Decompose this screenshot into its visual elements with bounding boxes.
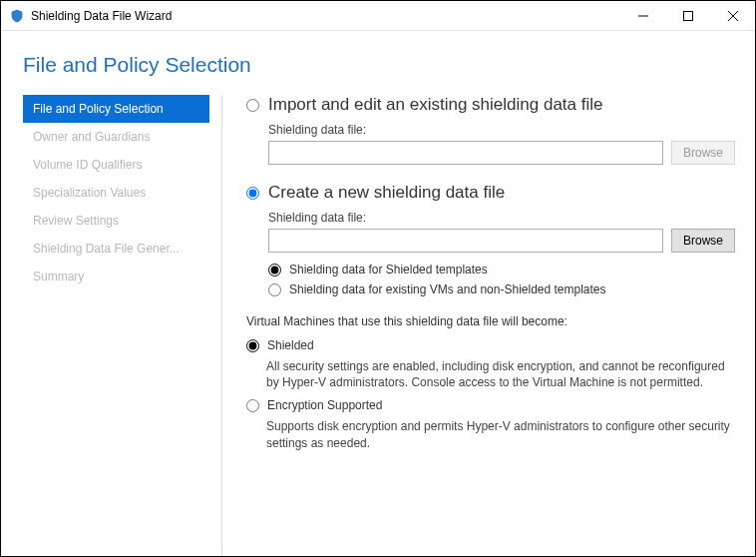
window-title: Shielding Data File Wizard <box>31 9 172 23</box>
main-panel: Import and edit an existing shielding da… <box>222 95 755 557</box>
shield-icon <box>9 8 25 24</box>
import-file-input <box>268 141 663 165</box>
wizard-steps-sidebar: File and Policy Selection Owner and Guar… <box>23 95 222 557</box>
maximize-button[interactable] <box>665 1 710 30</box>
titlebar: Shielding Data File Wizard <box>1 1 755 31</box>
page-title: File and Policy Selection <box>1 31 755 95</box>
sidebar-item-generation: Shielding Data File Gener... <box>23 235 209 263</box>
policy-shielded-desc: All security settings are enabled, inclu… <box>266 358 735 390</box>
import-file-label: Shielding data file: <box>268 123 735 137</box>
option-import-title: Import and edit an existing shielding da… <box>268 95 602 115</box>
radio-import[interactable] <box>246 99 259 112</box>
option-import: Import and edit an existing shielding da… <box>246 95 735 165</box>
radio-policy-encryption-row[interactable]: Encryption Supported <box>246 398 735 412</box>
sidebar-item-summary: Summary <box>23 263 209 290</box>
svg-rect-1 <box>683 11 692 20</box>
policy-shielded-label: Shielded <box>267 338 314 352</box>
create-file-label: Shielding data file: <box>268 211 735 225</box>
minimize-button[interactable] <box>620 1 665 30</box>
import-browse-button: Browse <box>671 141 735 165</box>
template-shielded-label: Shielding data for Shielded templates <box>289 263 488 277</box>
template-existing-label: Shielding data for existing VMs and non-… <box>289 282 606 296</box>
policy-encryption-label: Encryption Supported <box>267 398 382 412</box>
create-browse-button[interactable]: Browse <box>671 229 735 253</box>
sidebar-item-owner-guardians: Owner and Guardians <box>23 123 209 151</box>
policy-encryption-desc: Supports disk encryption and permits Hyp… <box>266 418 735 450</box>
sidebar-item-volume-id: Volume ID Qualifiers <box>23 151 209 179</box>
option-create: Create a new shielding data file Shieldi… <box>246 183 735 296</box>
radio-template-existing[interactable] <box>268 283 281 296</box>
radio-template-shielded[interactable] <box>268 264 281 277</box>
option-create-title: Create a new shielding data file <box>268 183 505 203</box>
create-file-input[interactable] <box>268 229 663 253</box>
option-create-header[interactable]: Create a new shielding data file <box>246 183 735 203</box>
radio-create[interactable] <box>246 187 259 200</box>
radio-policy-shielded[interactable] <box>246 339 259 352</box>
policy-intro: Virtual Machines that use this shielding… <box>246 314 735 328</box>
radio-policy-shielded-row[interactable]: Shielded <box>246 338 735 352</box>
radio-policy-encryption[interactable] <box>246 399 259 412</box>
sidebar-item-specialization: Specialization Values <box>23 179 209 207</box>
close-button[interactable] <box>710 1 755 30</box>
sidebar-item-file-policy[interactable]: File and Policy Selection <box>23 95 209 123</box>
radio-template-shielded-row[interactable]: Shielding data for Shielded templates <box>268 263 735 277</box>
option-import-header[interactable]: Import and edit an existing shielding da… <box>246 95 735 115</box>
radio-template-existing-row[interactable]: Shielding data for existing VMs and non-… <box>268 282 735 296</box>
sidebar-item-review: Review Settings <box>23 207 209 235</box>
